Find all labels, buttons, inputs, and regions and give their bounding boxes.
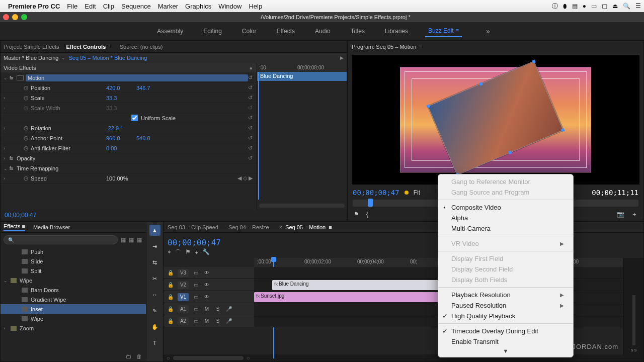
ws-editing[interactable]: Editing (200, 26, 225, 37)
minimize-window-button[interactable] (12, 14, 18, 20)
menu-marker[interactable]: Marker (158, 3, 178, 10)
status-icon[interactable]: ⓘ (552, 2, 558, 11)
menu-sequence[interactable]: Sequence (121, 3, 151, 10)
anchor-y[interactable]: 540.0 (136, 135, 167, 141)
stopwatch-icon[interactable]: ◷ (24, 84, 31, 91)
position-x[interactable]: 420.0 (106, 85, 136, 91)
menu-extra-icon[interactable]: ☰ (635, 3, 641, 10)
program-timecode-left[interactable]: 00;00;00;47 (353, 189, 399, 197)
effect-folder-wipe[interactable]: ⌄Wipe (1, 276, 146, 285)
ctx-multicamera[interactable]: Multi-Camera (438, 223, 573, 234)
time-remapping-row[interactable]: ⌄fx Time Remapping (1, 163, 257, 173)
panel-menu-icon[interactable]: ≡ (109, 44, 112, 50)
reset-icon[interactable]: ↺ (248, 155, 253, 161)
mask-icon[interactable] (17, 75, 24, 80)
opacity-effect-row[interactable]: ›fx Opacity ↺ (1, 153, 257, 163)
eject-icon[interactable]: ⏏ (612, 3, 618, 10)
type-tool[interactable]: T (149, 337, 160, 348)
reset-icon[interactable]: ↺ (248, 84, 253, 91)
panel-menu-icon[interactable]: ≡ (420, 44, 423, 50)
ws-titles[interactable]: Titles (348, 26, 368, 37)
selection-tool[interactable]: ▲ (149, 225, 160, 236)
reset-icon[interactable]: ↺ (248, 115, 253, 121)
mark-in-button[interactable]: { (366, 211, 368, 218)
menu-clip[interactable]: Clip (103, 3, 114, 10)
cc-icon[interactable]: ▤ (572, 3, 578, 10)
timeline-tab-active[interactable]: Seq 05 – Motion ≡ (285, 224, 332, 230)
menu-edit[interactable]: Edit (85, 3, 96, 10)
menu-file[interactable]: File (67, 3, 77, 10)
ctx-alpha[interactable]: Alpha (438, 213, 573, 223)
anchor-x[interactable]: 960.0 (106, 135, 136, 141)
mic-icon[interactable]: 🎤 (225, 306, 233, 312)
mic-icon[interactable]: 🎤 (225, 318, 233, 324)
tab-project[interactable]: Project: Simple Effects (4, 44, 59, 50)
reset-icon[interactable]: ↺ (248, 74, 253, 81)
effect-item-barn-doors[interactable]: Barn Doors (1, 285, 146, 295)
workspace-overflow-button[interactable]: » (486, 27, 490, 35)
ec-timecode[interactable]: 00;00;00;47 (1, 210, 347, 221)
tab-media-browser[interactable]: Media Browser (33, 224, 70, 230)
ctx-scroll-down[interactable]: ▼ (438, 347, 573, 355)
transform-handle[interactable] (479, 82, 483, 86)
ws-color[interactable]: Color (239, 26, 260, 37)
tab-source[interactable]: Source: (no clips) (120, 44, 163, 50)
ws-buzz-edit[interactable]: Buzz Edit ≡ (425, 25, 462, 37)
uniform-scale-checkbox[interactable] (131, 115, 138, 121)
effect-folder-zoom[interactable]: ›Zoom (1, 323, 146, 333)
transform-handle[interactable] (508, 150, 512, 154)
track-header-v3[interactable]: 🔒V3▭👁 (164, 267, 254, 279)
transform-handle[interactable] (561, 128, 565, 132)
scale-value[interactable]: 33.3 (106, 95, 136, 101)
panel-menu-icon[interactable]: ≡ (329, 224, 332, 230)
track-header-a2[interactable]: 🔒A2▭MS🎤 (164, 315, 254, 327)
effect-item-gradient-wipe[interactable]: Gradient Wipe (1, 295, 146, 304)
transform-handle[interactable] (426, 104, 430, 108)
effect-item-push[interactable]: Push (1, 247, 146, 256)
timeline-settings[interactable]: ⬥ (195, 248, 198, 257)
reset-icon[interactable]: ↺ (248, 145, 253, 151)
timeline-timecode[interactable]: 00;00;00;47 (168, 238, 221, 247)
app-menu[interactable]: Premiere Pro CC (8, 3, 60, 10)
pen-tool[interactable]: ✎ (149, 305, 160, 316)
close-window-button[interactable] (3, 14, 9, 20)
tab-effect-controls[interactable]: Effect Controls ≡ (66, 44, 112, 50)
ws-libraries[interactable]: Libraries (382, 26, 411, 37)
spotlight-icon[interactable]: 🔍 (623, 3, 630, 10)
effects-search-input[interactable]: 🔍 (4, 235, 118, 244)
zoom-window-button[interactable] (21, 14, 27, 20)
snapshot-button[interactable]: 📷 (617, 211, 624, 218)
ec-zoom-scroll[interactable] (259, 204, 345, 208)
reset-icon[interactable]: ↺ (248, 135, 253, 141)
timeline-tab[interactable]: Seq 03 – Clip Speed (168, 224, 218, 230)
ws-assembly[interactable]: Assembly (154, 26, 186, 37)
transform-handle[interactable] (532, 59, 536, 63)
effect-item-wipe[interactable]: Wipe (1, 314, 146, 323)
sequence-clip-link[interactable]: Seq 05 – Motion * Blue Dancing (68, 55, 147, 61)
ctx-composite-video[interactable]: ●Composite Video (438, 202, 573, 213)
ws-effects[interactable]: Effects (274, 26, 298, 37)
antiflicker-value[interactable]: 0.00 (106, 145, 136, 151)
ec-playhead[interactable] (258, 72, 259, 200)
collapse-icon[interactable]: ▴ (250, 64, 253, 71)
effect-controls-ruler[interactable]: :00 00;00;08;00 (257, 63, 347, 72)
fx-badge-icon[interactable]: ▦ (121, 237, 126, 243)
ctx-paused-res[interactable]: Paused Resolution▶ (438, 300, 573, 311)
menu-window[interactable]: Window (218, 3, 242, 10)
wrench-icon[interactable]: 🔧 (202, 248, 210, 257)
ctx-enable-transmit[interactable]: Enable Transmit (438, 336, 573, 347)
hamburger-icon[interactable]: ≡ (455, 27, 459, 34)
close-tab-icon[interactable]: × (279, 224, 282, 230)
razor-tool[interactable]: ✂ (149, 273, 160, 284)
track-select-tool[interactable]: ⇥ (149, 241, 160, 252)
program-playhead[interactable] (368, 199, 373, 207)
reset-icon[interactable]: ↺ (248, 105, 253, 111)
screen-icon[interactable]: ▭ (591, 3, 597, 10)
panel-menu-icon[interactable]: ≡ (22, 223, 25, 229)
hand-tool[interactable]: ✋ (149, 321, 160, 332)
button-editor[interactable]: ＋ (631, 210, 637, 219)
track-header-v2[interactable]: 🔒V2▭👁 (164, 279, 254, 291)
ws-audio[interactable]: Audio (312, 26, 334, 37)
ctx-timecode-overlay[interactable]: ✓Timecode Overlay During Edit (438, 326, 573, 336)
program-viewport[interactable] (352, 55, 639, 185)
